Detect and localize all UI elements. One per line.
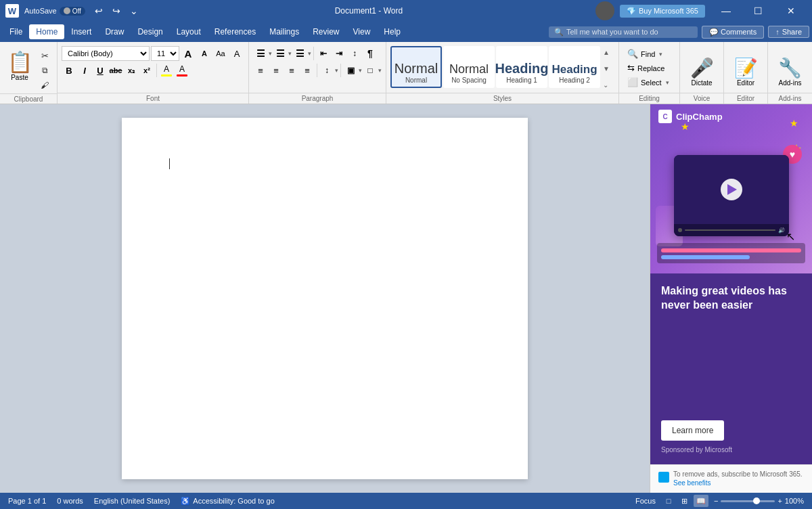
change-case-button[interactable]: Aa <box>213 46 228 61</box>
play-button[interactable] <box>721 179 742 200</box>
focus-button[interactable]: Focus <box>635 497 656 505</box>
font-size-selector[interactable]: 11 <box>151 46 179 61</box>
menu-home[interactable]: Home <box>29 24 64 39</box>
maximize-button[interactable]: ☐ <box>743 0 774 22</box>
window-controls: — ☐ ✕ <box>710 0 807 22</box>
bold-button[interactable]: B <box>62 63 76 78</box>
editor-button[interactable]: 📝 Editor <box>729 46 763 89</box>
zoom-in-button[interactable]: + <box>777 497 782 505</box>
ad-actions: Learn more Sponsored by Microsoft <box>661 420 801 453</box>
dictate-button[interactable]: 🎤 Dictate <box>685 46 719 89</box>
document-area[interactable] <box>0 104 650 493</box>
ad-footer: To remove ads, subscribe to Microsoft 36… <box>650 464 812 493</box>
align-right-button[interactable]: ≡ <box>284 63 299 78</box>
multilevel-list-button[interactable]: ☰ <box>292 46 307 61</box>
autosave-control[interactable]: AutoSave Off <box>24 7 85 16</box>
font-shrink-button[interactable]: A <box>197 46 212 61</box>
select-button[interactable]: ⬜ Select ▾ <box>623 76 673 89</box>
comments-button[interactable]: 💬 Comments <box>702 26 764 39</box>
font-grow-button[interactable]: A <box>181 46 196 61</box>
undo-button[interactable]: ↩ <box>91 3 107 19</box>
style-heading1-button[interactable]: Heading Heading 1 <box>496 46 547 88</box>
zoom-level[interactable]: 100% <box>785 497 804 505</box>
no-spacing-label: No Spacing <box>451 76 487 84</box>
strikethrough-button[interactable]: abc <box>108 63 123 78</box>
addins-button[interactable]: 🔧 Add-ins <box>773 46 807 89</box>
zoom-slider-track[interactable] <box>721 500 775 502</box>
copy-button[interactable]: ⧉ <box>37 64 53 77</box>
menu-design[interactable]: Design <box>131 24 169 39</box>
italic-button[interactable]: I <box>77 63 92 78</box>
shading-dropdown-icon[interactable]: ▾ <box>359 67 362 74</box>
justify-button[interactable]: ≡ <box>300 63 315 78</box>
numbered-dropdown-icon[interactable]: ▾ <box>288 50 292 57</box>
quick-access-more-button[interactable]: ⌄ <box>126 3 142 19</box>
menu-references[interactable]: References <box>208 24 263 39</box>
bullet-dropdown-icon[interactable]: ▾ <box>269 50 272 57</box>
select-dropdown-icon[interactable]: ▾ <box>666 79 669 86</box>
cut-button[interactable]: ✂ <box>37 49 53 62</box>
shading-button[interactable]: ▣ <box>343 63 358 78</box>
menu-insert[interactable]: Insert <box>64 24 98 39</box>
document-page[interactable] <box>122 118 528 479</box>
ad-footer-text: To remove ads, subscribe to Microsoft 36… <box>673 470 803 478</box>
menu-view[interactable]: View <box>346 24 378 39</box>
menu-draw[interactable]: Draw <box>98 24 131 39</box>
borders-button[interactable]: □ <box>363 63 378 78</box>
styles-scroll-down-button[interactable]: ▼ <box>603 65 610 72</box>
minimize-button[interactable]: — <box>710 0 742 22</box>
buy-microsoft-365-button[interactable]: 💎 Buy Microsoft 365 <box>620 5 705 18</box>
language-indicator[interactable]: English (United States) <box>94 497 171 505</box>
align-left-button[interactable]: ≡ <box>253 63 268 78</box>
font-name-selector[interactable]: Calibri (Body) <box>62 46 150 61</box>
sort-button[interactable]: ↕ <box>347 46 362 61</box>
menu-review[interactable]: Review <box>306 24 346 39</box>
numbered-list-button[interactable]: ☰ <box>273 46 288 61</box>
read-mode-button[interactable]: 📖 <box>694 495 708 507</box>
format-painter-button[interactable]: 🖌 <box>37 79 53 92</box>
menu-mailings[interactable]: Mailings <box>263 24 306 39</box>
underline-button[interactable]: U <box>93 63 108 78</box>
clear-formatting-button[interactable]: A <box>229 46 244 61</box>
style-normal-button[interactable]: Normal Normal <box>390 46 442 88</box>
see-benefits-link[interactable]: See benefits <box>673 479 711 487</box>
borders-dropdown-icon[interactable]: ▾ <box>378 67 382 74</box>
style-no-spacing-button[interactable]: Normal No Spacing <box>443 46 495 88</box>
increase-indent-button[interactable]: ⇥ <box>332 46 346 61</box>
superscript-button[interactable]: x² <box>139 63 154 78</box>
styles-scroll-up-button[interactable]: ▲ <box>603 49 610 56</box>
find-button[interactable]: 🔍 Find ▾ <box>623 47 667 60</box>
menu-layout[interactable]: Layout <box>170 24 208 39</box>
redo-button[interactable]: ↪ <box>108 3 125 19</box>
replace-button[interactable]: ⇆ Replace <box>623 62 669 74</box>
search-bar[interactable]: 🔍 Tell me what you want to do <box>549 26 698 38</box>
bullet-list-button[interactable]: ☰ <box>253 46 268 61</box>
text-highlight-button[interactable]: A <box>159 63 174 78</box>
profile-avatar[interactable] <box>595 1 614 20</box>
para-row1: ☰ ▾ ☰ ▾ ☰ ▾ ⇤ ⇥ ↕ ¶ <box>253 46 378 61</box>
styles-more-button[interactable]: ⌄ <box>603 81 610 89</box>
autosave-toggle[interactable]: Off <box>60 7 85 16</box>
find-dropdown-icon[interactable]: ▾ <box>659 51 662 58</box>
zoom-out-button[interactable]: − <box>714 497 718 505</box>
subscript-button[interactable]: x₂ <box>124 63 139 78</box>
print-layout-button[interactable]: □ <box>661 495 676 507</box>
align-center-button[interactable]: ≡ <box>269 63 284 78</box>
learn-more-button[interactable]: Learn more <box>661 420 724 441</box>
menu-file[interactable]: File <box>3 24 29 39</box>
line-spacing-button[interactable]: ↕ <box>319 63 334 78</box>
font-color-button[interactable]: A <box>175 63 189 78</box>
line-spacing-dropdown-icon[interactable]: ▾ <box>335 67 338 74</box>
web-layout-button[interactable]: ⊞ <box>677 495 692 507</box>
share-button[interactable]: ↑ Share <box>768 26 809 38</box>
decrease-indent-button[interactable]: ⇤ <box>316 46 331 61</box>
close-button[interactable]: ✕ <box>775 0 807 22</box>
menu-help[interactable]: Help <box>377 24 407 39</box>
multilevel-dropdown-icon[interactable]: ▾ <box>308 50 311 57</box>
heading1-preview: Heading <box>495 62 549 75</box>
show-hide-button[interactable]: ¶ <box>363 46 378 61</box>
paste-button[interactable]: 📋 Paste <box>4 46 35 87</box>
style-heading2-button[interactable]: Heading Heading 2 <box>549 46 600 88</box>
accessibility-status[interactable]: ♿ Accessibility: Good to go <box>181 497 274 506</box>
zoom-slider-thumb[interactable] <box>753 497 760 504</box>
